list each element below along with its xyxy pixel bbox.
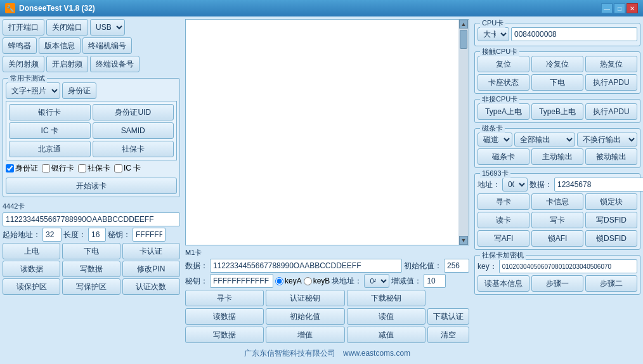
- iso-card-info[interactable]: 卡信息: [531, 193, 583, 210]
- contact-power-off[interactable]: 下电: [531, 74, 583, 91]
- m1-auth-key[interactable]: 认证秘钥: [266, 290, 344, 306]
- open-port-button[interactable]: 打开端口: [3, 19, 44, 36]
- close-button[interactable]: ✕: [627, 3, 638, 13]
- m1-write-data[interactable]: 写数据: [185, 327, 264, 343]
- social-key-input[interactable]: [499, 259, 637, 273]
- m1-init-input[interactable]: [444, 259, 469, 273]
- iso-addr-label: 地址：: [477, 179, 500, 190]
- iso-read-card[interactable]: 读卡: [477, 212, 529, 228]
- m1-download-auth[interactable]: 下载认证: [427, 308, 469, 325]
- open-rf-button[interactable]: 开启射频: [46, 56, 88, 72]
- terminal-num-button[interactable]: 终端机编号: [82, 37, 132, 54]
- m1-keya-radio[interactable]: [275, 277, 283, 285]
- version-info-button[interactable]: 版本信息: [39, 37, 81, 54]
- close-rf-button[interactable]: 关闭射频: [3, 56, 44, 72]
- iso-data-input[interactable]: [554, 178, 643, 192]
- m1-decrement[interactable]: 减值: [347, 327, 425, 343]
- iso-write-card[interactable]: 写卡: [531, 212, 583, 228]
- buzzer-button[interactable]: 蜂鸣器: [3, 37, 37, 54]
- 4442-power-off[interactable]: 下电: [62, 243, 120, 259]
- check-idcard-label[interactable]: 身份证: [6, 163, 38, 174]
- iso-lock-block[interactable]: 锁定块: [585, 193, 637, 210]
- m1-increment[interactable]: 增值: [266, 327, 344, 343]
- 4442-write-data[interactable]: 写数据: [62, 261, 120, 277]
- iso-write-dsfid[interactable]: 写DSFID: [585, 212, 637, 228]
- cold-reset-button[interactable]: 冷复位: [531, 56, 583, 72]
- m1-init-label: 初始化值：: [404, 261, 442, 271]
- m1-read-value[interactable]: 读值: [347, 308, 425, 325]
- read-basic-info[interactable]: 读基本信息: [477, 275, 529, 292]
- maximize-button[interactable]: □: [614, 3, 625, 13]
- m1-download-key[interactable]: 下载秘钥: [347, 290, 425, 306]
- start-read-button[interactable]: 开始读卡: [6, 178, 177, 194]
- m1-clear[interactable]: 清空: [427, 327, 469, 343]
- 4442-verify-count[interactable]: 认证次数: [122, 278, 180, 295]
- ic-card-button[interactable]: IC 卡: [9, 122, 91, 139]
- m1-key-input[interactable]: [210, 274, 273, 288]
- cpu-card-value[interactable]: [511, 27, 637, 41]
- check-bankcard[interactable]: [42, 164, 50, 172]
- length-input[interactable]: [88, 228, 106, 242]
- mag-card-button[interactable]: 磁条卡: [477, 148, 529, 165]
- exec-apdu2-button[interactable]: 执行APDU: [585, 103, 637, 120]
- check-social-label[interactable]: 社保卡: [78, 163, 110, 174]
- check-idcard[interactable]: [6, 164, 14, 172]
- m1-incrdecr-input[interactable]: [424, 274, 446, 288]
- card-size-select[interactable]: 大卡: [477, 27, 509, 41]
- iso-lock-dsfid[interactable]: 锁DSFID: [585, 230, 637, 247]
- check-ic-label[interactable]: IC 卡: [114, 163, 141, 174]
- start-addr-input[interactable]: [42, 228, 62, 242]
- step2-button[interactable]: 步骤二: [585, 275, 637, 292]
- typeb-up-button[interactable]: TypeB上电: [531, 103, 583, 120]
- reset-button[interactable]: 复位: [477, 56, 529, 72]
- step1-button[interactable]: 步骤一: [531, 275, 583, 292]
- active-output-button[interactable]: 主动输出: [531, 148, 583, 165]
- m1-keya-label[interactable]: keyA: [275, 276, 302, 285]
- iso-find-card[interactable]: 寻卡: [477, 193, 529, 210]
- iso-write-afi[interactable]: 写AFI: [477, 230, 529, 247]
- id-card-button[interactable]: 身份证: [62, 82, 96, 99]
- 4442-power-on[interactable]: 上电: [3, 243, 60, 259]
- contact-cpu-title: 接触CPU卡: [480, 47, 519, 56]
- check-social[interactable]: [78, 164, 86, 172]
- passive-output-button[interactable]: 被动输出: [585, 148, 637, 165]
- m1-keyb-radio[interactable]: [304, 277, 312, 285]
- samid-button[interactable]: SAMID: [93, 122, 174, 139]
- text-photo-select[interactable]: 文字+照片: [6, 82, 60, 99]
- m1-find-card[interactable]: 寻卡: [185, 290, 264, 306]
- m1-read-data[interactable]: 读数据: [185, 308, 264, 325]
- 4442-data-input[interactable]: [3, 212, 180, 226]
- check-bankcard-label[interactable]: 银行卡: [42, 163, 74, 174]
- secret-key-input[interactable]: [133, 228, 166, 242]
- m1-init-value[interactable]: 初始化值: [266, 308, 344, 325]
- card-test-title: 常用卡测试: [8, 74, 47, 83]
- check-ic[interactable]: [114, 164, 122, 172]
- output-mode-select[interactable]: 全部输出: [514, 133, 575, 146]
- iso15693-title: 15693卡: [480, 169, 510, 178]
- track-select[interactable]: 磁道2: [477, 133, 512, 146]
- m1-data-input[interactable]: [210, 259, 402, 273]
- 4442-card-verify[interactable]: 卡认证: [122, 243, 180, 259]
- 4442-read-data[interactable]: 读数据: [3, 261, 60, 277]
- exec-apdu-button[interactable]: 执行APDU: [585, 74, 637, 91]
- iso-lock-afi[interactable]: 锁AFI: [531, 230, 583, 247]
- title-bar: 🔧 DonseeTest V1.8 (32) — □ ✕: [0, 0, 643, 16]
- port-select[interactable]: USB: [90, 19, 125, 36]
- 4442-write-protect[interactable]: 写保护区: [62, 278, 120, 295]
- m1-keyb-label[interactable]: keyB: [304, 276, 330, 285]
- typea-up-button[interactable]: TypeA上电: [477, 103, 529, 120]
- social-card-button[interactable]: 社保卡: [93, 141, 174, 157]
- 4442-read-protect[interactable]: 读保护区: [3, 278, 60, 295]
- beijing-button[interactable]: 北京通: [9, 141, 91, 157]
- minimize-button[interactable]: —: [601, 3, 613, 13]
- 4442-modify-pin[interactable]: 修改PIN: [122, 261, 180, 277]
- iso-addr-select[interactable]: 00: [502, 178, 528, 192]
- terminal-device-button[interactable]: 终端设备号: [90, 56, 140, 72]
- no-newline-select[interactable]: 不换行输出: [577, 133, 638, 146]
- slot-status-button[interactable]: 卡座状态: [477, 74, 529, 91]
- hot-reset-button[interactable]: 热复位: [585, 56, 637, 72]
- id-uid-button[interactable]: 身份证UID: [93, 104, 174, 120]
- close-port-button[interactable]: 关闭端口: [46, 19, 88, 36]
- m1-block-select[interactable]: 04: [364, 274, 389, 288]
- bank-card-button[interactable]: 银行卡: [9, 104, 91, 120]
